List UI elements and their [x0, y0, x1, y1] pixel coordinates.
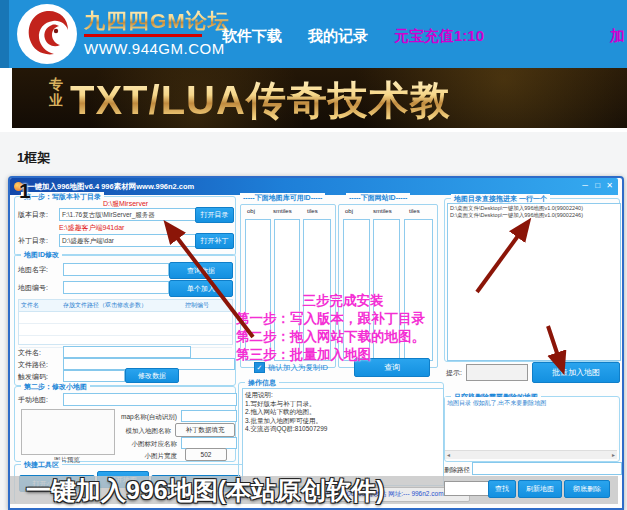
map-path-item: D:\桌面文件\Desktop\一键加入996地图v1.0(99002246): [450, 212, 618, 219]
small-icon-name-label: 小图标对应名称: [115, 439, 177, 448]
banner-title: TXT/LUA传奇技术教: [70, 73, 451, 128]
log-line: 使用说明:: [245, 391, 441, 400]
manual-map-input[interactable]: [63, 393, 237, 406]
col-smtiles: smtiles: [273, 208, 292, 214]
patch-dir-label: 补丁目录:: [18, 236, 48, 245]
map-path-item: D:\桌面文件\Desktop\一键加入996地图v1.0(99002240): [450, 205, 618, 212]
scroll-right-icon[interactable]: ►: [611, 451, 616, 459]
col-tiles: tiles: [409, 208, 420, 214]
annotation-line: 三步完成安装: [236, 292, 450, 310]
group-step1-title: 第一步：写版本补丁目录: [21, 192, 104, 201]
file-table-header: 文件名 存放文件路径（双击修改参数） 控制编号: [19, 300, 232, 312]
annotation-line: 第三步：批量加入地图: [236, 346, 450, 364]
log-line: 3.批量加入地图即可使用。: [245, 417, 441, 426]
annotation-line: 第一步：写入版本，跟补丁目录: [236, 310, 450, 328]
site-title: 九四四GM论坛: [84, 7, 230, 35]
operation-log-title: 操作信息: [245, 378, 279, 387]
delete-path-label: 删除路径: [444, 465, 470, 474]
hint-label: 提示:: [446, 368, 462, 377]
col-obj: obj: [247, 208, 255, 214]
drop-maps-list[interactable]: D:\桌面文件\Desktop\一键加入996地图v1.0(99002240) …: [447, 203, 621, 361]
group-quick-tools-title: 快捷工具区: [21, 460, 62, 469]
minimize-icon[interactable]: ─: [582, 181, 588, 191]
step-number-annotation: 1: [19, 179, 31, 203]
patch-fill-button[interactable]: 补丁数据填充: [175, 423, 235, 437]
nav-item-records[interactable]: 我的记录: [308, 27, 368, 46]
refresh-maps-button[interactable]: 刷新地图: [518, 480, 562, 498]
delete-path-input[interactable]: [472, 462, 622, 475]
version-dir-input[interactable]: F:\1.76复古版\MirServer_服务器: [59, 208, 197, 221]
site-logo[interactable]: [16, 3, 78, 65]
single-add-button[interactable]: 单个加入: [169, 280, 233, 297]
open-version-dir-button[interactable]: 打开目录: [195, 207, 234, 223]
hint-client-path: E:\盛趣客户端941dar: [59, 223, 124, 232]
operation-log-list[interactable]: 使用说明: 1.写好版本与补丁目录。 2.拖入网站下载的地图。 3.批量加入地图…: [242, 388, 444, 486]
group-map-id-title: 地图ID修改: [21, 250, 62, 259]
group-step1-paths: 第一步：写版本补丁目录 D:\服Mirserver 版本目录: F:\1.76复…: [14, 196, 236, 256]
table-row[interactable]: [19, 312, 232, 324]
modify-data-button[interactable]: 修改数据: [125, 368, 179, 383]
scroll-left-icon[interactable]: ◄: [446, 451, 451, 459]
window-edge-strip: [0, 0, 9, 68]
col-filepath: 存放文件路径（双击修改参数）: [63, 301, 185, 310]
hint-box[interactable]: [466, 364, 528, 381]
ids-title-right: -----下面网站ID-----: [346, 193, 410, 202]
log-line: 4.交流咨询QQ群:810507299: [245, 425, 441, 434]
checkmark-icon: ✓: [257, 364, 263, 371]
filename-label: 文件名:: [18, 348, 41, 357]
open-patch-dir-button[interactable]: 打开补丁: [195, 233, 234, 249]
group-delete-maps: 只空格删除需要删除的地图 地图目录 假如乱了,出不来要删除地图 ◄ ►: [444, 396, 620, 462]
col-tiles: tiles: [307, 208, 318, 214]
col-filename: 文件名: [19, 301, 63, 310]
query-data-button[interactable]: 查询数据: [169, 262, 233, 279]
log-line: 1.写好版本与补丁目录。: [245, 400, 441, 409]
map-autoname-label: map名称(自动识别): [115, 412, 177, 421]
group-operation-log: 操作信息 使用说明: 1.写好版本与补丁目录。 2.拖入网站下载的地图。 3.批…: [238, 382, 444, 486]
col-obj: obj: [345, 208, 353, 214]
watermark-caption: 一键加入996地图(本站原创软件): [26, 474, 384, 507]
img-width-value-button[interactable]: 502: [185, 448, 227, 461]
horizontal-scrollbar[interactable]: ◄ ►: [445, 450, 617, 459]
drop-maps-title: 地图目录直接拖进来 一行一个: [451, 194, 550, 203]
map-id-input[interactable]: [63, 281, 169, 294]
nav-item-join[interactable]: 加: [610, 27, 625, 46]
nav-item-downloads[interactable]: 软件下载: [222, 27, 282, 46]
manual-map-label: 手动地图:: [18, 395, 48, 404]
find-button[interactable]: 查找: [488, 480, 516, 498]
install-steps-annotation: 三步完成安装 第一步：写入版本，跟补丁目录 第二步：拖入网站下载的地图。 第三步…: [236, 292, 450, 364]
close-icon[interactable]: ✕: [606, 181, 613, 191]
col-ctrl-id: 控制编号: [185, 301, 230, 310]
patch-dir-input[interactable]: D:\盛趣客户端\dar: [59, 234, 197, 247]
map-autoname-input[interactable]: [181, 410, 237, 422]
map-name-label: 地图名字:: [18, 265, 48, 274]
col-smtiles: smtiles: [373, 208, 392, 214]
search-id-input[interactable]: [444, 481, 490, 496]
promo-banner[interactable]: 专业 TXT/LUA传奇技术教: [12, 68, 627, 128]
file-table[interactable]: 文件名 存放文件路径（双击修改参数） 控制编号: [18, 299, 233, 345]
trigger-code-label: 触发编码:: [18, 372, 48, 381]
group-step2-minimap: 第二步：修改小地图 手动地图: 图片预览 map名称(自动识别) 模加入地图名称…: [14, 386, 236, 462]
app-title: 一键加入996地图v6.4 996素材网www.996n2.com: [27, 182, 194, 192]
annotation-line: 第二步：拖入网站下载的地图。: [236, 328, 450, 346]
delete-maps-list[interactable]: 地图目录 假如乱了,出不来要删除地图 ◄ ►: [445, 397, 617, 459]
version-dir-label: 版本目录:: [18, 210, 48, 219]
nav-item-recharge[interactable]: 元宝充值1:10: [394, 27, 484, 46]
batch-add-maps-button[interactable]: 批量加入地图: [532, 362, 620, 383]
site-url: WWW.944GM.COM: [84, 40, 225, 57]
filename-input[interactable]: [63, 346, 191, 358]
banner-vertical-tag-text: 专业: [48, 76, 64, 108]
banner-vertical-tag: 专业: [48, 76, 64, 108]
table-row[interactable]: [19, 324, 232, 336]
group-step2-title: 第二步：修改小地图: [21, 382, 90, 391]
map-name-input[interactable]: [63, 263, 169, 276]
group-map-id-edit: 地图ID修改 地图名字: 查询数据 地图编号: 单个加入 文件名 存放文件路径（…: [14, 254, 236, 386]
confirm-checkbox-label: 确认加入为复制ID: [268, 363, 328, 372]
top-navigation-bar: 九四四GM论坛 WWW.944GM.COM 软件下载 我的记录 元宝充值1:10…: [0, 0, 627, 68]
trigger-code-input[interactable]: [63, 370, 125, 382]
overlay-name-label: 模加入地图名称: [115, 426, 171, 435]
dragon-logo-icon: [16, 3, 78, 65]
delete-list-first-line: 地图目录 假如乱了,出不来要删除地图: [445, 397, 617, 410]
purge-delete-button[interactable]: 彻底删除: [564, 480, 610, 498]
map-id-label: 地图编号:: [18, 283, 48, 292]
maximize-icon[interactable]: □: [595, 181, 600, 191]
